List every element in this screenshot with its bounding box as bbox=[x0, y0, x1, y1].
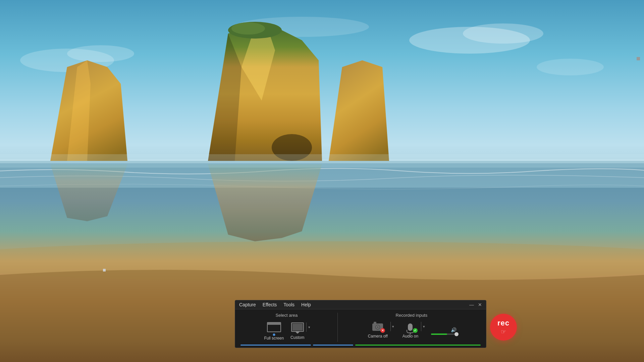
svg-point-2 bbox=[463, 23, 543, 44]
custom-button[interactable]: Custom bbox=[288, 321, 306, 341]
rec-button[interactable]: rec ☞ bbox=[490, 314, 517, 341]
custom-label: Custom bbox=[290, 335, 304, 340]
close-button[interactable]: ✕ bbox=[478, 302, 482, 307]
input-buttons-row: ✕ Camera off ▾ bbox=[365, 320, 458, 340]
custom-button-group: Custom ▾ bbox=[288, 321, 312, 341]
toolbar-body: Select area Full screen bbox=[235, 309, 486, 343]
camera-dropdown-arrow[interactable]: ▾ bbox=[390, 322, 396, 331]
fullscreen-selected-indicator bbox=[273, 334, 275, 336]
volume-thumb[interactable] bbox=[454, 332, 459, 336]
recorded-inputs-section: Recorded inputs bbox=[342, 313, 481, 342]
window-controls: — ✕ bbox=[469, 302, 482, 307]
audio-button-group: ✓ Audio on ▾ bbox=[400, 320, 426, 340]
camera-button-group: ✕ Camera off ▾ bbox=[365, 320, 396, 340]
audio-dropdown-arrow[interactable]: ▾ bbox=[421, 322, 426, 331]
svg-rect-22 bbox=[0, 154, 644, 168]
custom-dropdown-arrow[interactable]: ▾ bbox=[306, 322, 312, 332]
volume-slider-container: 🔊 bbox=[431, 326, 458, 335]
audio-on-badge: ✓ bbox=[413, 328, 418, 333]
svg-point-4 bbox=[67, 45, 134, 62]
toolbar-menubar: Capture Effects Tools Help — ✕ bbox=[235, 300, 486, 309]
menu-capture[interactable]: Capture bbox=[239, 302, 256, 307]
section-divider bbox=[337, 313, 338, 342]
fullscreen-button[interactable]: Full screen bbox=[261, 320, 286, 342]
taskbar-indicator bbox=[103, 269, 106, 272]
bottom-indicators bbox=[235, 343, 486, 348]
menu-items: Capture Effects Tools Help bbox=[239, 302, 311, 307]
fullscreen-label: Full screen bbox=[264, 336, 284, 341]
menu-help[interactable]: Help bbox=[301, 302, 311, 307]
svg-point-5 bbox=[537, 59, 604, 75]
camera-icon: ✕ bbox=[370, 322, 385, 333]
camera-button[interactable]: ✕ Camera off bbox=[365, 320, 390, 340]
rec-label: rec bbox=[497, 319, 509, 327]
audio-button[interactable]: ✓ Audio on bbox=[400, 320, 421, 340]
volume-track[interactable] bbox=[431, 334, 458, 335]
svg-point-16 bbox=[231, 22, 265, 35]
volume-speaker-icon: 🔊 bbox=[451, 327, 457, 333]
camera-off-badge: ✕ bbox=[380, 328, 385, 333]
recording-toolbar: Capture Effects Tools Help — ✕ Select ar… bbox=[235, 300, 486, 348]
fullscreen-icon bbox=[267, 322, 281, 333]
select-area-title: Select area bbox=[276, 313, 298, 318]
menu-effects[interactable]: Effects bbox=[263, 302, 277, 307]
menu-tools[interactable]: Tools bbox=[283, 302, 294, 307]
recorded-inputs-title: Recorded inputs bbox=[396, 313, 428, 318]
volume-fill bbox=[431, 334, 447, 335]
select-area-section: Select area Full screen bbox=[240, 313, 333, 342]
custom-icon bbox=[291, 322, 304, 332]
cursor-indicator: ☞ bbox=[501, 328, 506, 336]
microphone-icon: ✓ bbox=[403, 322, 418, 333]
minimize-button[interactable]: — bbox=[469, 302, 474, 307]
camera-label: Camera off bbox=[368, 334, 388, 339]
corner-indicator bbox=[637, 57, 640, 60]
select-area-buttons: Full screen Custom ▾ bbox=[261, 320, 312, 342]
audio-label: Audio on bbox=[402, 334, 418, 339]
